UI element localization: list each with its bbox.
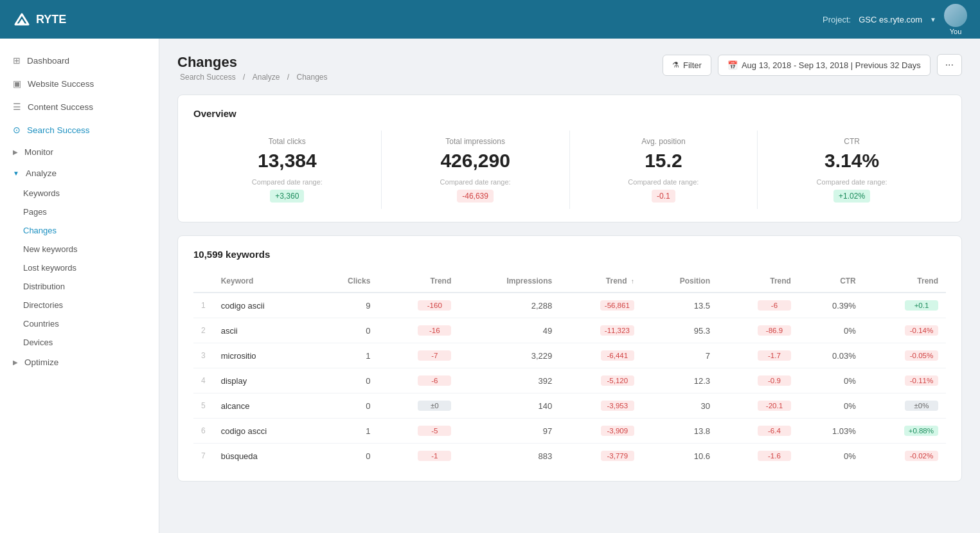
analyze-label: Analyze xyxy=(26,168,57,178)
clicks-trend-cell: -1 xyxy=(378,444,459,469)
clicks-trend-cell: -6 xyxy=(378,368,459,393)
sidebar-monitor-expand[interactable]: ▶ Monitor xyxy=(0,141,159,163)
chevron-down-icon[interactable]: ▼ xyxy=(930,16,936,23)
sidebar-item-devices[interactable]: Devices xyxy=(0,333,159,352)
col-impressions-trend[interactable]: Trend ↑ xyxy=(560,270,642,293)
keyword-cell: codigo ascii xyxy=(213,293,315,318)
impressions-trend-cell: -6,441 xyxy=(560,343,642,368)
sidebar-item-website-success[interactable]: ▣ Website Success xyxy=(0,72,159,95)
metric-compare-label: Compared date range: xyxy=(395,178,557,186)
sidebar-item-pages[interactable]: Pages xyxy=(0,203,159,221)
impressions-trend-cell: -3,779 xyxy=(560,444,642,469)
filter-label: Filter xyxy=(683,60,702,70)
ctr-cell: 0% xyxy=(799,393,864,419)
sidebar-item-keywords[interactable]: Keywords xyxy=(0,184,159,203)
col-position-trend: Trend xyxy=(718,270,799,293)
content-success-icon: ☰ xyxy=(13,102,21,112)
row-number: 6 xyxy=(193,419,213,444)
col-clicks-trend: Trend xyxy=(378,270,459,293)
metric-badge: -46,639 xyxy=(457,190,494,203)
sidebar-item-distribution[interactable]: Distribution xyxy=(0,277,159,296)
clicks-trend-cell: -160 xyxy=(378,293,459,318)
optimize-label: Optimize xyxy=(24,357,58,367)
keyword-cell: micrositio xyxy=(213,343,315,368)
sidebar-analyze-expand[interactable]: ▼ Analyze xyxy=(0,163,159,184)
app-header: RYTE Project: GSC es.ryte.com ▼ You xyxy=(0,0,980,39)
sidebar: ⊞ Dashboard ▣ Website Success ☰ Content … xyxy=(0,39,159,533)
impressions-cell: 392 xyxy=(459,368,560,393)
metric-label: Avg. position xyxy=(583,137,745,146)
position-cell: 30 xyxy=(642,393,718,419)
sidebar-item-label: Dashboard xyxy=(27,56,69,66)
clicks-trend-cell: ±0 xyxy=(378,393,459,419)
expand-arrow-icon-analyze: ▼ xyxy=(13,170,19,177)
sidebar-item-changes[interactable]: Changes xyxy=(0,221,159,240)
main-content: Changes Search Success / Analyze / Chang… xyxy=(159,39,980,533)
impressions-cell: 140 xyxy=(459,393,560,419)
impressions-cell: 49 xyxy=(459,318,560,343)
clicks-cell: 0 xyxy=(315,368,378,393)
row-number: 5 xyxy=(193,393,213,419)
breadcrumb: Search Success / Analyze / Changes xyxy=(177,73,330,82)
sidebar-optimize-expand[interactable]: ▶ Optimize xyxy=(0,352,159,373)
metric-compare-label: Compared date range: xyxy=(771,178,933,186)
sidebar-item-content-success[interactable]: ☰ Content Success xyxy=(0,95,159,118)
keywords-table-wrapper: Keyword Clicks Trend Impressions Trend ↑… xyxy=(193,270,946,468)
table-row: 1 codigo ascii 9 -160 2,288 -56,861 13.5… xyxy=(193,293,946,318)
table-body: 1 codigo ascii 9 -160 2,288 -56,861 13.5… xyxy=(193,293,946,468)
position-trend-cell: -1.7 xyxy=(718,343,799,368)
table-row: 4 display 0 -6 392 -5,120 12.3 -0.9 0% -… xyxy=(193,368,946,393)
col-ctr[interactable]: CTR xyxy=(799,270,864,293)
clicks-cell: 1 xyxy=(315,419,378,444)
col-clicks[interactable]: Clicks xyxy=(315,270,378,293)
impressions-trend-cell: -5,120 xyxy=(560,368,642,393)
clicks-trend-cell: -16 xyxy=(378,318,459,343)
filter-button[interactable]: ⚗ Filter xyxy=(663,55,711,76)
website-success-icon: ▣ xyxy=(13,78,21,89)
sidebar-item-dashboard[interactable]: ⊞ Dashboard xyxy=(0,49,159,72)
ctr-cell: 0.03% xyxy=(799,343,864,368)
ctr-cell: 0.39% xyxy=(799,293,864,318)
ctr-cell: 0% xyxy=(799,444,864,469)
expand-arrow-icon-optimize: ▶ xyxy=(13,359,18,366)
impressions-trend-cell: -3,953 xyxy=(560,393,642,419)
position-trend-cell: -20.1 xyxy=(718,393,799,419)
position-cell: 10.6 xyxy=(642,444,718,469)
col-keyword[interactable]: Keyword xyxy=(213,270,315,293)
date-range-button[interactable]: 📅 Aug 13, 2018 - Sep 13, 2018 | Previous… xyxy=(718,55,931,76)
ctr-trend-cell: -0.11% xyxy=(864,368,946,393)
sidebar-item-lost-keywords[interactable]: Lost keywords xyxy=(0,258,159,277)
avatar xyxy=(944,4,967,27)
row-number: 4 xyxy=(193,368,213,393)
more-options-button[interactable]: ··· xyxy=(937,54,962,76)
position-cell: 7 xyxy=(642,343,718,368)
user-menu[interactable]: You xyxy=(944,4,967,35)
project-label: Project: xyxy=(823,15,851,24)
sidebar-item-new-keywords[interactable]: New keywords xyxy=(0,240,159,258)
clicks-cell: 0 xyxy=(315,393,378,419)
expand-arrow-icon: ▶ xyxy=(13,149,18,156)
clicks-trend-cell: -7 xyxy=(378,343,459,368)
keyword-cell: búsqueda xyxy=(213,444,315,469)
ctr-trend-cell: -0.05% xyxy=(864,343,946,368)
logo[interactable]: RYTE xyxy=(13,10,66,28)
sidebar-item-search-success[interactable]: ⊙ Search Success xyxy=(0,118,159,141)
project-name[interactable]: GSC es.ryte.com xyxy=(859,15,922,24)
ctr-trend-cell: +0.1 xyxy=(864,293,946,318)
breadcrumb-part-2: Analyze xyxy=(253,73,280,82)
table-row: 6 codigo ascci 1 -5 97 -3,909 13.8 -6.4 … xyxy=(193,419,946,444)
sidebar-item-directories[interactable]: Directories xyxy=(0,296,159,314)
sidebar-item-label: Website Success xyxy=(28,79,94,89)
metric-ctr: CTR 3.14% Compared date range: +1.02% xyxy=(758,131,946,209)
keywords-count: 10,599 keywords xyxy=(193,249,946,260)
position-cell: 95.3 xyxy=(642,318,718,343)
col-impressions[interactable]: Impressions xyxy=(459,270,560,293)
clicks-cell: 9 xyxy=(315,293,378,318)
metric-compare-label: Compared date range: xyxy=(206,178,368,186)
metric-avg-position: Avg. position 15.2 Compared date range: … xyxy=(570,131,758,209)
sidebar-item-countries[interactable]: Countries xyxy=(0,314,159,333)
col-position[interactable]: Position xyxy=(642,270,718,293)
position-cell: 13.8 xyxy=(642,419,718,444)
date-range-label: Aug 13, 2018 - Sep 13, 2018 | Previous 3… xyxy=(742,60,921,70)
breadcrumb-part-1: Search Success xyxy=(180,73,236,82)
